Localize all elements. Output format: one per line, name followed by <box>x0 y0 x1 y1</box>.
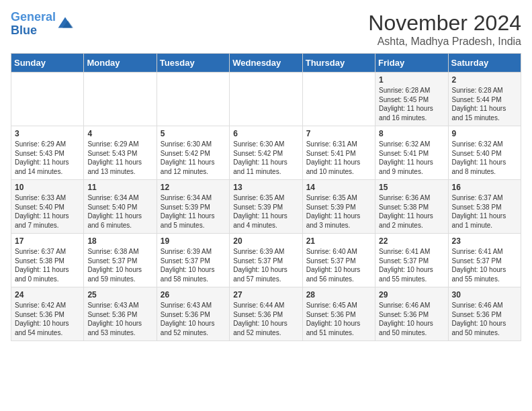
header-cell-thursday: Thursday <box>302 54 375 73</box>
day-number: 21 <box>306 236 371 246</box>
week-row-2: 3Sunrise: 6:29 AM Sunset: 5:43 PM Daylig… <box>11 126 521 180</box>
calendar-cell: 9Sunrise: 6:32 AM Sunset: 5:40 PM Daylig… <box>448 126 521 180</box>
day-number: 17 <box>15 236 80 246</box>
calendar-cell: 30Sunrise: 6:46 AM Sunset: 5:36 PM Dayli… <box>448 287 521 341</box>
logo-text: General Blue <box>11 11 56 38</box>
cell-content: Sunrise: 6:36 AM Sunset: 5:38 PM Dayligh… <box>379 193 444 230</box>
calendar-cell: 27Sunrise: 6:44 AM Sunset: 5:36 PM Dayli… <box>230 287 302 341</box>
calendar-cell: 28Sunrise: 6:45 AM Sunset: 5:36 PM Dayli… <box>302 287 375 341</box>
cell-content: Sunrise: 6:44 AM Sunset: 5:36 PM Dayligh… <box>233 301 298 337</box>
week-row-4: 17Sunrise: 6:37 AM Sunset: 5:38 PM Dayli… <box>11 234 521 287</box>
cell-content: Sunrise: 6:42 AM Sunset: 5:36 PM Dayligh… <box>15 301 80 337</box>
header-cell-monday: Monday <box>84 54 157 73</box>
day-number: 8 <box>379 129 444 138</box>
calendar-cell: 23Sunrise: 6:41 AM Sunset: 5:37 PM Dayli… <box>448 234 521 287</box>
week-row-1: 1Sunrise: 6:28 AM Sunset: 5:45 PM Daylig… <box>11 73 521 126</box>
header-cell-saturday: Saturday <box>448 54 521 73</box>
day-number: 18 <box>87 236 152 246</box>
day-number: 14 <box>306 183 371 192</box>
cell-content: Sunrise: 6:46 AM Sunset: 5:36 PM Dayligh… <box>452 301 517 337</box>
day-number: 2 <box>452 75 517 85</box>
calendar-cell <box>11 73 84 126</box>
calendar-cell: 12Sunrise: 6:34 AM Sunset: 5:39 PM Dayli… <box>157 180 229 234</box>
calendar-cell: 20Sunrise: 6:39 AM Sunset: 5:37 PM Dayli… <box>230 234 302 287</box>
cell-content: Sunrise: 6:38 AM Sunset: 5:37 PM Dayligh… <box>87 247 152 283</box>
cell-content: Sunrise: 6:32 AM Sunset: 5:40 PM Dayligh… <box>452 140 517 176</box>
cell-content: Sunrise: 6:41 AM Sunset: 5:37 PM Dayligh… <box>452 247 517 283</box>
calendar-cell: 25Sunrise: 6:43 AM Sunset: 5:36 PM Dayli… <box>84 287 157 341</box>
calendar-cell: 21Sunrise: 6:40 AM Sunset: 5:37 PM Dayli… <box>302 234 375 287</box>
day-number: 26 <box>161 290 226 300</box>
header-cell-sunday: Sunday <box>11 54 84 73</box>
day-number: 27 <box>233 290 298 300</box>
calendar-cell: 14Sunrise: 6:35 AM Sunset: 5:39 PM Dayli… <box>302 180 375 234</box>
day-number: 30 <box>452 290 517 300</box>
cell-content: Sunrise: 6:40 AM Sunset: 5:37 PM Dayligh… <box>306 247 371 283</box>
cell-content: Sunrise: 6:30 AM Sunset: 5:42 PM Dayligh… <box>233 140 298 176</box>
calendar-cell: 22Sunrise: 6:41 AM Sunset: 5:37 PM Dayli… <box>375 234 448 287</box>
cell-content: Sunrise: 6:43 AM Sunset: 5:36 PM Dayligh… <box>161 301 226 337</box>
day-number: 9 <box>452 129 517 138</box>
calendar-cell: 11Sunrise: 6:34 AM Sunset: 5:40 PM Dayli… <box>84 180 157 234</box>
cell-content: Sunrise: 6:37 AM Sunset: 5:38 PM Dayligh… <box>15 247 80 283</box>
day-number: 16 <box>452 183 517 192</box>
calendar-cell: 16Sunrise: 6:37 AM Sunset: 5:38 PM Dayli… <box>448 180 521 234</box>
day-number: 13 <box>233 183 298 192</box>
calendar-cell <box>302 73 375 126</box>
day-number: 1 <box>379 75 444 85</box>
cell-content: Sunrise: 6:41 AM Sunset: 5:37 PM Dayligh… <box>379 247 444 283</box>
cell-content: Sunrise: 6:37 AM Sunset: 5:38 PM Dayligh… <box>452 193 517 230</box>
cell-content: Sunrise: 6:30 AM Sunset: 5:42 PM Dayligh… <box>161 140 226 176</box>
cell-content: Sunrise: 6:45 AM Sunset: 5:36 PM Dayligh… <box>306 301 371 337</box>
day-number: 24 <box>15 290 80 300</box>
logo: General Blue <box>11 11 73 38</box>
title-block: November 2024 Ashta, Madhya Pradesh, Ind… <box>368 11 521 48</box>
day-number: 29 <box>379 290 444 300</box>
logo-icon <box>57 16 73 32</box>
cell-content: Sunrise: 6:34 AM Sunset: 5:40 PM Dayligh… <box>87 193 152 230</box>
location-text: Ashta, Madhya Pradesh, India <box>368 36 521 48</box>
calendar-cell: 8Sunrise: 6:32 AM Sunset: 5:41 PM Daylig… <box>375 126 448 180</box>
calendar-cell: 26Sunrise: 6:43 AM Sunset: 5:36 PM Dayli… <box>157 287 229 341</box>
day-number: 3 <box>15 129 80 138</box>
day-number: 22 <box>379 236 444 246</box>
day-number: 11 <box>87 183 152 192</box>
calendar-header: SundayMondayTuesdayWednesdayThursdayFrid… <box>11 54 521 73</box>
page-header: General Blue November 2024 Ashta, Madhya… <box>11 11 521 48</box>
day-number: 4 <box>87 129 152 138</box>
cell-content: Sunrise: 6:34 AM Sunset: 5:39 PM Dayligh… <box>161 193 226 230</box>
week-row-5: 24Sunrise: 6:42 AM Sunset: 5:36 PM Dayli… <box>11 287 521 341</box>
month-title: November 2024 <box>368 11 521 36</box>
calendar-cell: 17Sunrise: 6:37 AM Sunset: 5:38 PM Dayli… <box>11 234 84 287</box>
calendar-cell <box>230 73 302 126</box>
day-number: 20 <box>233 236 298 246</box>
calendar-cell: 2Sunrise: 6:28 AM Sunset: 5:44 PM Daylig… <box>448 73 521 126</box>
calendar-cell: 6Sunrise: 6:30 AM Sunset: 5:42 PM Daylig… <box>230 126 302 180</box>
cell-content: Sunrise: 6:28 AM Sunset: 5:44 PM Dayligh… <box>452 86 517 122</box>
day-number: 28 <box>306 290 371 300</box>
day-number: 25 <box>87 290 152 300</box>
header-cell-wednesday: Wednesday <box>230 54 302 73</box>
calendar-cell: 15Sunrise: 6:36 AM Sunset: 5:38 PM Dayli… <box>375 180 448 234</box>
calendar-cell: 29Sunrise: 6:46 AM Sunset: 5:36 PM Dayli… <box>375 287 448 341</box>
cell-content: Sunrise: 6:33 AM Sunset: 5:40 PM Dayligh… <box>15 193 80 230</box>
week-row-3: 10Sunrise: 6:33 AM Sunset: 5:40 PM Dayli… <box>11 180 521 234</box>
cell-content: Sunrise: 6:28 AM Sunset: 5:45 PM Dayligh… <box>379 86 444 122</box>
calendar-cell: 18Sunrise: 6:38 AM Sunset: 5:37 PM Dayli… <box>84 234 157 287</box>
day-number: 19 <box>161 236 226 246</box>
day-number: 12 <box>161 183 226 192</box>
calendar-cell <box>84 73 157 126</box>
cell-content: Sunrise: 6:46 AM Sunset: 5:36 PM Dayligh… <box>379 301 444 337</box>
calendar-cell: 1Sunrise: 6:28 AM Sunset: 5:45 PM Daylig… <box>375 73 448 126</box>
day-number: 7 <box>306 129 371 138</box>
cell-content: Sunrise: 6:39 AM Sunset: 5:37 PM Dayligh… <box>233 247 298 283</box>
header-row: SundayMondayTuesdayWednesdayThursdayFrid… <box>11 54 521 73</box>
calendar-cell: 7Sunrise: 6:31 AM Sunset: 5:41 PM Daylig… <box>302 126 375 180</box>
calendar-cell <box>157 73 229 126</box>
calendar-cell: 10Sunrise: 6:33 AM Sunset: 5:40 PM Dayli… <box>11 180 84 234</box>
cell-content: Sunrise: 6:29 AM Sunset: 5:43 PM Dayligh… <box>15 140 80 176</box>
cell-content: Sunrise: 6:32 AM Sunset: 5:41 PM Dayligh… <box>379 140 444 176</box>
day-number: 5 <box>161 129 226 138</box>
cell-content: Sunrise: 6:39 AM Sunset: 5:37 PM Dayligh… <box>161 247 226 283</box>
calendar-table: SundayMondayTuesdayWednesdayThursdayFrid… <box>11 53 521 341</box>
